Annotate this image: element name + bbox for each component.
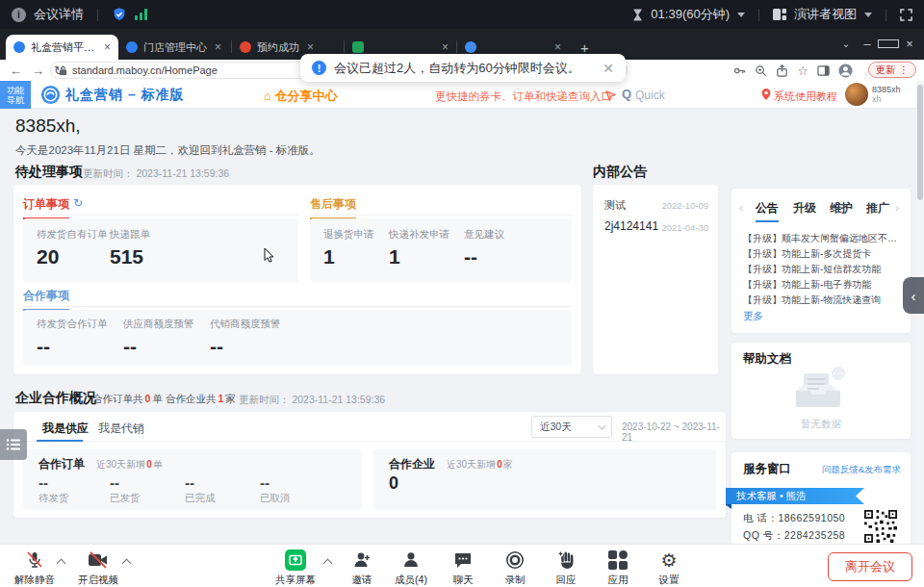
overview-order-count: 合作订单共0单 — [92, 393, 163, 406]
share-center-label: 仓分享中心 — [274, 89, 337, 103]
minimize-button[interactable]: – — [857, 37, 878, 51]
shield-icon[interactable] — [112, 7, 127, 22]
overview-section-title: 企业合作概况 — [15, 390, 96, 407]
browser-menu-icon[interactable]: ⋮ — [899, 64, 909, 75]
stat-value[interactable]: 1 — [389, 245, 400, 268]
meeting-details-label[interactable]: 会议详情 — [34, 6, 84, 23]
stat-value[interactable]: -- — [464, 245, 477, 268]
warehouse-share-center-link[interactable]: ⌂ 仓分享中心 — [264, 88, 337, 105]
stat-value[interactable]: 20 — [37, 245, 59, 268]
box-subtitle: 近30天新增0单 — [96, 458, 163, 472]
stat-value[interactable]: 1 — [323, 245, 335, 268]
tab-close-icon[interactable]: × — [307, 40, 314, 54]
announcement-item[interactable]: 【升级】功能上新-物流快递查询 — [743, 294, 901, 307]
announcement-item[interactable]: 【升级】功能上新-电子券功能 — [743, 278, 901, 292]
floating-menu-widget[interactable] — [0, 429, 27, 460]
update-label: 更新 — [876, 64, 895, 77]
tab-close-icon[interactable]: × — [104, 40, 111, 54]
date-range-select[interactable]: 近30天 — [531, 416, 612, 438]
feedback-link[interactable]: 问题反馈&发布需求 — [822, 464, 901, 476]
timer-dropdown-icon[interactable] — [737, 13, 745, 17]
order-stat-label: 已发货 — [110, 492, 141, 505]
scrollbar-thumb[interactable] — [917, 85, 923, 200]
window-controls: ⌄ – × — [835, 29, 920, 58]
tab-close-icon[interactable]: × — [554, 40, 561, 54]
announcement-item[interactable]: 【升级】功能上新-短信群发功能 — [743, 263, 901, 276]
stat-value[interactable]: -- — [123, 335, 137, 358]
quick-search-label[interactable]: Quick — [635, 89, 665, 102]
zoom-icon[interactable] — [755, 64, 767, 77]
tab-upgrade[interactable]: 升级 — [793, 200, 816, 217]
tab-close-icon[interactable]: × — [215, 40, 221, 54]
unmute-button[interactable]: 解除静音 — [0, 549, 69, 587]
user-name-block[interactable]: 8385xh xh — [872, 85, 901, 104]
browser-tab-active[interactable]: 礼盒营销平台管理中心 × — [6, 35, 118, 60]
apps-grid-icon — [608, 549, 628, 571]
meeting-toolbar: 解除静音 开启视频 共享屏幕 邀请 成员(4) — [0, 544, 924, 587]
tab-i-am-agent[interactable]: 我是代销 — [98, 421, 144, 437]
nav-label-2: 导航 — [7, 95, 24, 105]
order-stat-value: -- — [185, 474, 194, 491]
view-mode-label[interactable]: 演讲者视图 — [794, 6, 857, 23]
tab-announcement[interactable]: 公告 — [756, 200, 779, 222]
more-link[interactable]: 更多 — [743, 310, 763, 323]
tabs-prev-icon[interactable]: ‹ — [739, 201, 743, 215]
share-screen-button[interactable]: 共享屏幕 — [261, 549, 330, 587]
order-stat-value: -- — [38, 474, 48, 491]
toast-close-icon[interactable]: ✕ — [603, 61, 614, 76]
tab-i-am-supplier[interactable]: 我是供应 — [42, 421, 89, 437]
bookmark-star-icon[interactable]: ☆ — [797, 64, 808, 78]
stat-label: 快递补发申请 — [389, 228, 449, 242]
tab-promotion[interactable]: 推广 — [866, 200, 889, 217]
stat-value[interactable]: 515 — [110, 245, 143, 268]
user-subname: xh — [872, 94, 901, 104]
meeting-topbar: i 会议详情 01:39(60分钟) 演讲者视图 — [0, 0, 924, 29]
profile-avatar-icon[interactable] — [838, 64, 853, 78]
meeting-info-icon[interactable]: i — [12, 8, 26, 22]
lock-icon — [59, 65, 67, 76]
order-stat-value: -- — [110, 474, 119, 491]
quick-search-icon[interactable]: Q — [622, 87, 631, 101]
forward-icon[interactable]: → — [32, 64, 44, 78]
tab-favicon — [126, 41, 138, 53]
video-options-caret[interactable] — [123, 558, 131, 566]
coop-matters-box: 待发货合作订单 供应商额度预警 代销商额度预警 -- -- -- — [23, 310, 572, 366]
help-docs-title: 帮助文档 — [743, 351, 791, 368]
back-icon[interactable]: ← — [10, 64, 22, 78]
settings-button[interactable]: ⚙ 设置 — [634, 549, 704, 587]
help-docs-card: 帮助文档 暂无数据 — [732, 343, 911, 439]
phone-number: 18662591050 — [778, 512, 845, 523]
button-label: 成员(4) — [395, 574, 427, 587]
notice-item[interactable]: 2j4124141 — [604, 219, 658, 233]
tabs-next-icon[interactable]: › — [895, 201, 899, 215]
stat-value[interactable]: -- — [37, 335, 50, 358]
function-nav-toggle[interactable]: 功能 导航 — [0, 81, 31, 109]
view-dropdown-icon[interactable] — [864, 13, 872, 17]
url-text: standard.maboy.cn/HomePage — [72, 64, 218, 76]
password-key-icon[interactable] — [733, 64, 746, 77]
leave-meeting-button[interactable]: 离开会议 — [828, 552, 912, 581]
notice-item[interactable]: 测试 — [604, 198, 626, 213]
chrome-update-button[interactable]: 更新 ⋮ — [868, 62, 916, 78]
button-label: 邀请 — [352, 574, 372, 587]
share-icon[interactable] — [776, 64, 788, 77]
close-window-button[interactable]: × — [899, 37, 920, 51]
stat-value[interactable]: -- — [210, 335, 223, 358]
browser-tab[interactable]: 门店管理中心 × — [118, 35, 231, 60]
tab-search-icon[interactable]: ⌄ — [835, 38, 857, 49]
announcement-item[interactable]: 【升级】功能上新-多次提货卡 — [743, 247, 901, 261]
start-video-button[interactable]: 开启视频 — [64, 549, 133, 587]
restore-button[interactable] — [878, 37, 899, 51]
refresh-icon[interactable]: ↻ — [73, 196, 83, 210]
meeting-toast: ! 会议已超过2人，自动转为60分钟限时会议。 ✕ — [300, 54, 626, 82]
fullscreen-icon[interactable] — [900, 9, 912, 21]
panel-collapse-handle[interactable]: ‹ — [903, 277, 924, 314]
system-tutorial-link[interactable]: 系统使用教程 — [774, 89, 837, 104]
announcement-item[interactable]: 【升级】顺丰发大闸蟹偏远地区不成功问... — [743, 232, 901, 245]
user-avatar[interactable] — [845, 83, 868, 106]
tab-close-icon[interactable]: × — [442, 40, 449, 54]
tab-maintenance[interactable]: 维护 — [830, 200, 853, 217]
overview-tabrow: 我是供应 我是代销 近30天 2023-10-22 ~ 2023-11-21 — [13, 412, 726, 442]
network-signal-icon[interactable] — [135, 9, 147, 20]
side-panel-icon[interactable] — [817, 64, 830, 77]
